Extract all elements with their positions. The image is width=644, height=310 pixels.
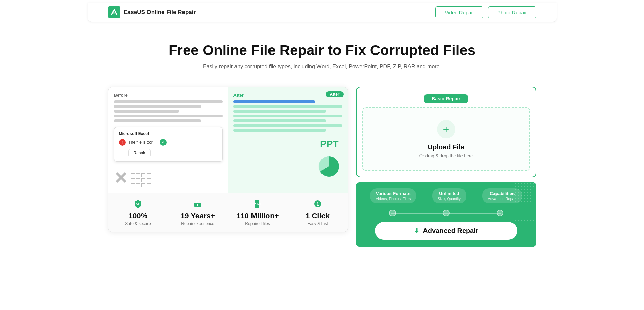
- before-label: Before: [114, 93, 223, 98]
- file-icon: 120M+: [233, 199, 282, 210]
- advanced-repair-label: Advanced Repair: [423, 227, 478, 235]
- x-icon: ✕: [114, 168, 127, 187]
- stat-files: 120M+ 110 Million+ Repaired files: [228, 193, 288, 232]
- features-card: Various Formats Videos, Photos, Files Un…: [356, 182, 536, 247]
- features-inner: Various Formats Videos, Photos, Files Un…: [362, 188, 530, 240]
- hero-section: Free Online File Repair to Fix Corrupted…: [0, 25, 644, 80]
- after-line-4: [233, 119, 326, 122]
- upload-area[interactable]: + Upload File Or drag & drop the file he…: [362, 107, 530, 171]
- nav-buttons: Video Repair Photo Repair: [435, 6, 536, 18]
- green-dot-icon: ✓: [160, 139, 167, 146]
- feature-pill-formats: Various Formats Videos, Photos, Files: [370, 188, 416, 203]
- basic-repair-tab[interactable]: Basic Repair: [424, 94, 468, 103]
- before-bottom: ✕: [114, 165, 223, 187]
- error-text: The file is cor...: [128, 140, 156, 145]
- stat-click-number: 1 Click: [293, 212, 342, 221]
- click-icon: 1: [293, 199, 342, 210]
- before-after-container: Before Microsoft Excel ! Th: [108, 87, 348, 232]
- after-line-6: [233, 129, 326, 132]
- upload-card: Basic Repair + Upload File Or drag & dro…: [356, 87, 536, 177]
- hero-subtitle: Easily repair any corrupted file types, …: [7, 64, 637, 70]
- doc-line-2: [114, 105, 201, 108]
- grid-icon: [131, 173, 151, 187]
- stat-files-number: 110 Million+: [233, 212, 282, 221]
- feature-pill-capabilities: Capabilities Advanced Repair: [482, 188, 522, 203]
- pill2-sub: Size, Quantity: [438, 197, 461, 201]
- stat-safe-number: 100%: [114, 212, 162, 221]
- excel-title: Microsoft Excel: [119, 131, 217, 136]
- pill3-title: Capabilities: [488, 191, 516, 196]
- after-panel: After After PPT: [228, 87, 348, 193]
- basic-repair-tab-wrap: Basic Repair: [357, 87, 536, 103]
- error-icon: !: [119, 139, 126, 146]
- logo-icon: [108, 6, 120, 18]
- repair-label[interactable]: Repair: [128, 149, 151, 157]
- hero-title: Free Online File Repair to Fix Corrupted…: [7, 42, 637, 59]
- shield-icon: [114, 199, 162, 210]
- before-panel: Before Microsoft Excel ! Th: [108, 87, 228, 193]
- connector-line: [391, 213, 501, 214]
- doc-line-3: [114, 110, 179, 113]
- svg-point-1: [114, 9, 115, 10]
- features-pills: Various Formats Videos, Photos, Files Un…: [362, 188, 530, 203]
- after-doc-lines: [233, 100, 342, 132]
- stat-safe-label: Safe & secure: [114, 221, 162, 226]
- navbar: EaseUS Online File Repair Video Repair P…: [88, 3, 557, 22]
- after-badge: After: [326, 91, 343, 97]
- after-line-3: [233, 115, 342, 117]
- video-repair-button[interactable]: Video Repair: [435, 6, 483, 18]
- pill3-sub: Advanced Repair: [488, 197, 516, 201]
- pie-chart: [315, 153, 342, 180]
- briefcase-icon: [174, 199, 222, 210]
- ppt-label: PPT: [233, 138, 342, 149]
- advanced-repair-button[interactable]: ⬇ Advanced Repair: [375, 222, 518, 240]
- upload-subtitle: Or drag & drop the file here: [370, 153, 523, 158]
- doc-line-1: [114, 100, 223, 103]
- doc-line-5: [114, 119, 201, 122]
- after-line-1: [233, 105, 342, 108]
- before-doc-lines: [114, 100, 223, 122]
- upload-title: Upload File: [370, 143, 523, 151]
- stat-years: 19 Years+ Repair experience: [168, 193, 228, 232]
- after-line-blue: [233, 100, 315, 103]
- stat-safe: 100% Safe & secure: [108, 193, 168, 232]
- before-after-row: Before Microsoft Excel ! Th: [108, 87, 348, 193]
- feature-pill-unlimited: Unlimited Size, Quantity: [432, 188, 466, 203]
- stat-click: 1 1 Click Easy & fast: [288, 193, 348, 232]
- svg-rect-0: [108, 6, 120, 18]
- stat-years-number: 19 Years+: [174, 212, 222, 221]
- pill1-title: Various Formats: [376, 191, 411, 196]
- stat-years-label: Repair experience: [174, 221, 222, 226]
- download-icon: ⬇: [414, 227, 419, 235]
- stats-bar: 100% Safe & secure 19 Years+ Repair expe…: [108, 193, 348, 232]
- stat-files-label: Repaired files: [233, 221, 282, 226]
- logo: EaseUS Online File Repair: [108, 6, 196, 18]
- after-ppt-section: PPT: [233, 138, 342, 181]
- pill1-sub: Videos, Photos, Files: [376, 197, 411, 201]
- svg-text:120M+: 120M+: [253, 202, 261, 206]
- doc-line-4: [114, 115, 223, 117]
- stat-click-label: Easy & fast: [293, 221, 342, 226]
- features-connector: [366, 210, 527, 216]
- excel-error-box: Microsoft Excel ! The file is cor... ✓ R…: [114, 127, 223, 162]
- main-content: Before Microsoft Excel ! Th: [88, 80, 557, 261]
- after-line-5: [233, 124, 342, 127]
- photo-repair-button[interactable]: Photo Repair: [488, 6, 536, 18]
- after-line-2: [233, 110, 326, 113]
- svg-text:1: 1: [316, 202, 319, 207]
- logo-text: EaseUS Online File Repair: [124, 9, 196, 16]
- upload-plus-icon: +: [437, 120, 455, 138]
- right-panel: Basic Repair + Upload File Or drag & dro…: [356, 87, 536, 247]
- excel-error-row: ! The file is cor... ✓: [119, 139, 217, 146]
- illustration-section: Before Microsoft Excel ! Th: [108, 87, 348, 232]
- pill2-title: Unlimited: [438, 191, 461, 196]
